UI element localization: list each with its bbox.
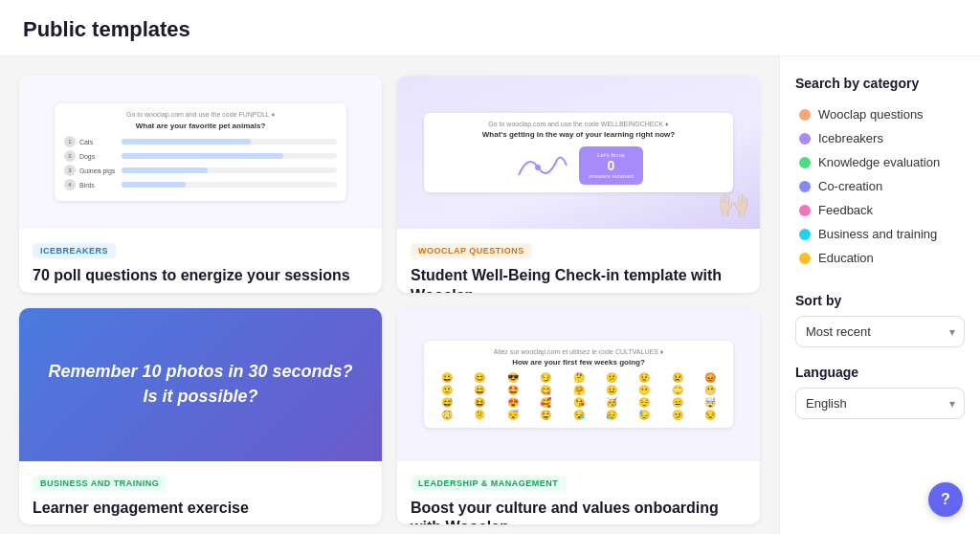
sidebar: Search by category Wooclap questions Ice… [779,56,980,534]
language-select[interactable]: English French Spanish German [795,388,965,419]
page-title: Public templates [23,17,957,42]
card-3-title: Learner engagement exercise [33,499,368,519]
card-3-preview: Remember 10 photos in 30 seconds?Is it p… [19,308,382,461]
icebreakers-dot [799,133,811,145]
category-label-wooclap: Wooclap questions [818,107,924,122]
business-dot [799,229,811,240]
category-list: Wooclap questions Icebreakers Knowledge … [795,102,965,270]
sort-label: Sort by [795,293,965,308]
wellbeing-mock: Go to wooclap.com and use the code WELLB… [424,113,733,192]
category-label-education: Education [818,251,874,265]
category-item-wooclap[interactable]: Wooclap questions [795,102,965,126]
content-area: Go to wooclap.com and use the code FUNPO… [0,56,980,534]
category-label-icebreakers: Icebreakers [818,131,883,145]
template-card-4[interactable]: Allez sur wooclap.com et utilisez le cod… [397,308,760,525]
category-item-knowledge[interactable]: Knowledge evaluation [795,150,965,174]
category-label-cocreation: Co-creation [818,179,882,193]
template-card-1[interactable]: Go to wooclap.com and use the code FUNPO… [19,76,382,293]
card-4-preview: Allez sur wooclap.com et utilisez le cod… [397,308,760,461]
category-item-feedback[interactable]: Feedback [795,198,965,222]
category-label-business: Business and training [818,227,937,241]
poll-row-1: 1 Cats [64,136,337,147]
page-header: Public templates [0,0,980,56]
category-item-cocreation[interactable]: Co-creation [795,174,965,198]
poll-row-4: 4 Birds [64,179,337,190]
feedback-dot [799,205,811,216]
language-section: Language English French Spanish German ▾ [795,365,965,419]
card-1-preview: Go to wooclap.com and use the code FUNPO… [19,76,382,229]
card-3-body: BUSINESS AND TRAINING Learner engagement… [19,461,382,525]
svg-point-0 [535,165,541,170]
template-card-3[interactable]: Remember 10 photos in 30 seconds?Is it p… [19,308,382,525]
wellbeing-curve-icon [514,148,571,182]
card-1-body: ICEBREAKERS 70 poll questions to energiz… [19,229,382,293]
hands-decoration: 🙌 [717,188,750,219]
category-label-knowledge: Knowledge evaluation [818,155,940,169]
education-dot [799,253,811,264]
card-4-preview-inner: Allez sur wooclap.com et utilisez le cod… [397,308,760,461]
page: Public templates Go to wooclap.com and u… [0,0,980,534]
emoji-grid: 😀 😊 😎 😏 🤔 😕 😟 😢 😡 🙂 😄 [432,372,725,420]
poll-row-3: 3 Guinea pigs [64,165,337,176]
template-card-2[interactable]: Go to wooclap.com and use the code WELLB… [397,76,760,293]
help-button[interactable]: ? [928,482,963,517]
poll-mock: Go to wooclap.com and use the code FUNPO… [55,103,346,201]
poll-row-2: 2 Dogs [64,150,337,162]
sort-select-wrapper: Most recent Most popular Alphabetical ▾ [795,316,965,347]
card-2-tag: WOOCLAP QUESTIONS [411,243,532,258]
card-2-body: WOOCLAP QUESTIONS Student Well-Being Che… [397,229,760,293]
poll-mock-header: Go to wooclap.com and use the code FUNPO… [64,111,337,118]
card-3-blue-text: Remember 10 photos in 30 seconds?Is it p… [48,360,352,408]
cult-mock: Allez sur wooclap.com et utilisez le cod… [424,341,733,428]
sort-select[interactable]: Most recent Most popular Alphabetical [795,316,965,347]
category-item-education[interactable]: Education [795,246,965,270]
card-1-tag: ICEBREAKERS [33,243,116,258]
language-select-wrapper: English French Spanish German ▾ [795,388,965,419]
poll-mock-title: What are your favorite pet animals? [64,122,337,130]
card-4-title: Boost your culture and values onboarding… [411,499,746,525]
card-2-preview: Go to wooclap.com and use the code WELLB… [397,76,760,229]
category-item-icebreakers[interactable]: Icebreakers [795,126,965,150]
language-label: Language [795,365,965,380]
knowledge-dot [799,157,811,168]
card-1-preview-inner: Go to wooclap.com and use the code FUNPO… [19,76,382,229]
wooclap-dot [799,109,811,121]
category-label-feedback: Feedback [818,203,873,217]
category-item-business[interactable]: Business and training [795,222,965,246]
sidebar-category-title: Search by category [795,76,965,91]
cards-grid: Go to wooclap.com and use the code FUNPO… [0,56,779,534]
cocreation-dot [799,181,811,192]
card-3-tag: BUSINESS AND TRAINING [33,476,167,491]
card-4-body: LEADERSHIP & MANAGEMENT Boost your cultu… [397,461,760,525]
card-4-tag: LEADERSHIP & MANAGEMENT [411,476,566,491]
card-2-preview-inner: Go to wooclap.com and use the code WELLB… [397,76,760,229]
card-2-title: Student Well-Being Check-in template wit… [411,266,746,293]
sort-section: Sort by Most recent Most popular Alphabe… [795,293,965,347]
card-3-preview-inner: Remember 10 photos in 30 seconds?Is it p… [19,308,382,461]
card-1-title: 70 poll questions to energize your sessi… [33,266,368,286]
